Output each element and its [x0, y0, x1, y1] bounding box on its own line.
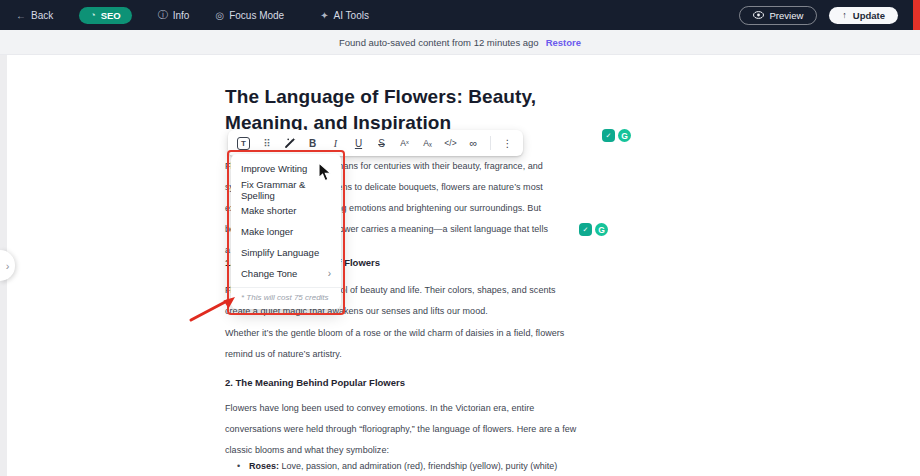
underline-icon[interactable]: U — [352, 134, 365, 152]
editor-window: ← Back ◔ SEO ⓘ Info ◎ Focus Mode ✦ AI To… — [0, 0, 920, 476]
focus-mode-label: Focus Mode — [229, 10, 284, 21]
update-label: Update — [853, 10, 885, 21]
back-label: Back — [31, 10, 53, 21]
menu-item-simplify-language[interactable]: Simplify Language — [231, 242, 341, 263]
text-style-icon[interactable]: T — [237, 137, 250, 150]
menu-item-label: Improve Writing — [241, 163, 307, 174]
info-button[interactable]: ⓘ Info — [158, 8, 190, 22]
menu-item-fix-grammar[interactable]: Fix Grammar & Spelling — [231, 179, 341, 200]
paragraph-line[interactable]: Flowers have long been used to convey em… — [225, 398, 534, 419]
grammarly-icon[interactable]: G — [595, 223, 608, 236]
page-title-line1[interactable]: The Language of Flowers: Beauty, — [225, 84, 536, 110]
eye-icon — [753, 11, 764, 19]
format-toolbar: T ⠿ B I U S Aˣ Aₓ </> ∞ ⋮ — [228, 130, 523, 156]
bold-icon[interactable]: B — [306, 134, 319, 152]
editor-assist-icon[interactable]: ✓ — [602, 129, 615, 142]
grammarly-letter: G — [598, 225, 605, 235]
menu-item-label: Make shorter — [241, 205, 296, 216]
chevron-right-icon: › — [6, 260, 10, 272]
bullet-text: Love, passion, and admiration (red), fri… — [279, 461, 557, 471]
paragraph-line[interactable]: Whether it’s the gentle bloom of a rose … — [225, 323, 564, 344]
check-icon: ✓ — [583, 226, 589, 234]
submenu-chevron-icon: › — [328, 268, 331, 279]
menu-item-label: Make longer — [241, 226, 293, 237]
back-button[interactable]: ← Back — [16, 10, 53, 21]
info-icon: ⓘ — [158, 8, 168, 22]
focus-target-icon: ◎ — [215, 10, 224, 21]
sidebar-expand-handle[interactable]: › — [0, 250, 15, 281]
assistant-badges-title: ✓ G — [602, 129, 631, 142]
seo-button[interactable]: ◔ SEO — [79, 7, 132, 24]
menu-item-make-longer[interactable]: Make longer — [231, 221, 341, 242]
preview-label: Preview — [770, 10, 804, 21]
ai-tools-label: AI Tools — [334, 10, 369, 21]
editor-assist-icon[interactable]: ✓ — [579, 223, 592, 236]
menu-item-label: Simplify Language — [241, 247, 319, 258]
ai-actions-menu: Improve Writing Fix Grammar & Spelling M… — [231, 154, 341, 309]
superscript-icon[interactable]: Aˣ — [398, 134, 411, 152]
paragraph-line[interactable]: conversations were held through “floriog… — [225, 419, 576, 440]
info-label: Info — [173, 10, 190, 21]
sparkle-icon: ✦ — [320, 10, 328, 21]
seo-gauge-icon: ◔ — [90, 10, 95, 20]
grammarly-icon[interactable]: G — [618, 129, 631, 142]
update-button[interactable]: ↑ Update — [829, 7, 898, 24]
strikethrough-icon[interactable]: S — [375, 134, 388, 152]
more-options-icon[interactable]: ⋮ — [501, 134, 514, 152]
drag-handle-icon[interactable]: ⠿ — [260, 134, 273, 152]
magic-wand-icon[interactable] — [283, 134, 296, 152]
menu-item-label: Change Tone — [241, 268, 297, 279]
menu-item-label: Fix Grammar & Spelling — [241, 179, 331, 201]
italic-icon[interactable]: I — [329, 134, 342, 152]
bullet-label: Roses: — [249, 461, 279, 471]
preview-button[interactable]: Preview — [739, 6, 818, 25]
top-bar-right: Preview ↑ Update — [739, 6, 899, 25]
assistant-badges-paragraph: ✓ G — [579, 223, 608, 236]
credits-cost-note: * This will cost 75 credits — [231, 287, 341, 309]
toolbar-divider — [490, 136, 491, 150]
subscript-icon[interactable]: Aₓ — [421, 134, 434, 152]
menu-item-make-shorter[interactable]: Make shorter — [231, 200, 341, 221]
autosave-banner: Found auto-saved content from 12 minutes… — [0, 30, 920, 55]
paragraph-line[interactable]: remind us of nature’s artistry. — [225, 344, 342, 365]
link-icon[interactable]: ∞ — [467, 134, 480, 152]
upload-icon: ↑ — [842, 10, 847, 20]
menu-item-change-tone[interactable]: Change Tone › — [231, 263, 341, 284]
seo-label: SEO — [101, 10, 121, 21]
top-bar: ← Back ◔ SEO ⓘ Info ◎ Focus Mode ✦ AI To… — [0, 0, 920, 30]
back-arrow-icon: ← — [16, 10, 26, 21]
section-heading-2[interactable]: 2. The Meaning Behind Popular Flowers — [225, 372, 405, 393]
magic-wand-glyph — [284, 137, 296, 149]
grammarly-letter: G — [621, 131, 628, 141]
bullet-item-roses[interactable]: •Roses: Love, passion, and admiration (r… — [237, 456, 557, 476]
autosave-message: Found auto-saved content from 12 minutes… — [339, 37, 539, 48]
top-bar-left: ← Back ◔ SEO ⓘ Info ◎ Focus Mode ✦ AI To… — [16, 7, 369, 24]
code-icon[interactable]: </> — [444, 134, 457, 152]
focus-mode-button[interactable]: ◎ Focus Mode — [215, 10, 284, 21]
menu-item-improve-writing[interactable]: Improve Writing — [231, 158, 341, 179]
check-icon: ✓ — [606, 132, 612, 140]
ai-tools-button[interactable]: ✦ AI Tools — [320, 10, 369, 21]
restore-link[interactable]: Restore — [546, 37, 581, 48]
recording-strip — [913, 0, 920, 30]
bullet-dot: • — [237, 456, 249, 476]
